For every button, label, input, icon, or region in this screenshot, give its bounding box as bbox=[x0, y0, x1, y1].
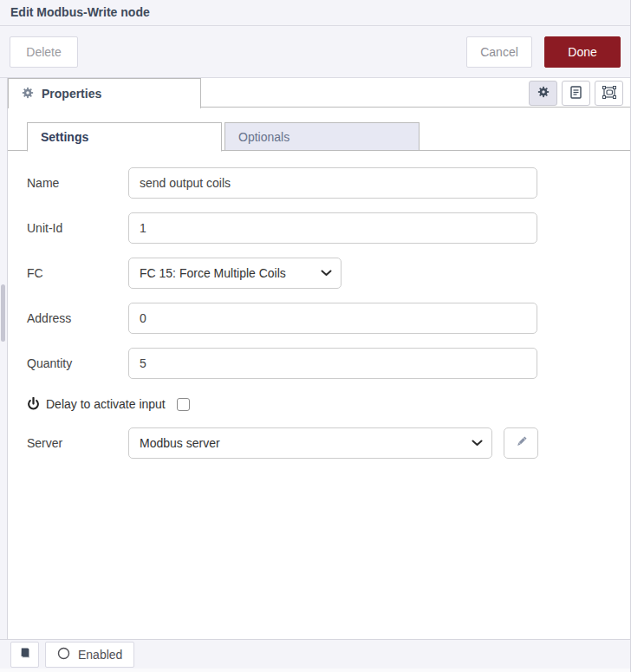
cancel-button[interactable]: Cancel bbox=[466, 36, 532, 68]
fc-label: FC bbox=[27, 266, 128, 280]
book-icon bbox=[19, 647, 30, 662]
editor-toolbar bbox=[529, 81, 623, 106]
done-button[interactable]: Done bbox=[544, 36, 621, 68]
fc-select[interactable]: FC 15: Force Multiple Coils bbox=[128, 258, 342, 289]
server-label: Server bbox=[27, 436, 128, 450]
appearance-icon bbox=[602, 86, 616, 101]
fc-select-wrap: FC 15: Force Multiple Coils bbox=[128, 258, 342, 289]
form-row-unit-id: Unit-Id bbox=[27, 212, 611, 244]
edit-server-button[interactable] bbox=[504, 427, 538, 459]
tab-optionals[interactable]: Optionals bbox=[224, 122, 420, 151]
tab-properties[interactable]: Properties bbox=[8, 78, 201, 108]
unit-id-label: Unit-Id bbox=[27, 221, 128, 235]
settings-form: Name Unit-Id FC FC 15: Force Multiple Co… bbox=[8, 151, 630, 459]
dialog-header: Edit Modbus-Write node bbox=[0, 0, 630, 26]
form-row-name: Name bbox=[27, 167, 611, 199]
circle-icon bbox=[57, 647, 70, 662]
address-label: Address bbox=[27, 311, 128, 325]
properties-icon-button[interactable] bbox=[529, 81, 557, 106]
name-label: Name bbox=[27, 176, 128, 190]
gear-icon bbox=[22, 87, 34, 101]
pencil-icon bbox=[515, 435, 528, 451]
unit-id-input[interactable] bbox=[128, 212, 537, 244]
name-input[interactable] bbox=[128, 167, 537, 199]
delay-checkbox[interactable] bbox=[177, 398, 190, 411]
edit-node-dialog: Edit Modbus-Write node Delete Cancel Don… bbox=[0, 0, 631, 672]
enable-toggle-button[interactable]: Enabled bbox=[45, 642, 134, 668]
server-select[interactable]: Modbus server bbox=[128, 427, 492, 459]
settings-optionals-tabs: Settings Optionals bbox=[8, 122, 630, 151]
node-help-button[interactable] bbox=[10, 642, 39, 668]
gear-icon bbox=[537, 86, 550, 101]
form-row-address: Address bbox=[27, 303, 611, 334]
footer: Enabled bbox=[0, 639, 630, 669]
dialog-actions: Cancel Done bbox=[466, 36, 621, 68]
dialog-title: Edit Modbus-Write node bbox=[10, 5, 150, 19]
dialog-button-bar: Delete Cancel Done bbox=[0, 26, 630, 78]
form-row-quantity: Quantity bbox=[27, 348, 611, 379]
delay-label: Delay to activate input bbox=[46, 397, 166, 411]
tab-properties-label: Properties bbox=[42, 87, 101, 101]
address-input[interactable] bbox=[128, 303, 537, 334]
appearance-icon-button[interactable] bbox=[595, 81, 623, 106]
quantity-input[interactable] bbox=[128, 348, 537, 379]
tray-body: Properties bbox=[7, 78, 630, 639]
bottom-strip bbox=[0, 669, 630, 672]
tab-settings-label: Settings bbox=[41, 130, 88, 144]
description-icon-button[interactable] bbox=[562, 81, 590, 106]
delay-row: Delay to activate input bbox=[27, 395, 611, 414]
delete-button[interactable]: Delete bbox=[10, 36, 78, 68]
properties-tab-bar: Properties bbox=[8, 78, 630, 108]
power-icon bbox=[27, 397, 40, 411]
enabled-label: Enabled bbox=[78, 648, 122, 662]
tab-settings[interactable]: Settings bbox=[27, 122, 222, 152]
scrollbar-thumb[interactable] bbox=[1, 284, 5, 342]
tab-optionals-label: Optionals bbox=[238, 130, 289, 144]
form-row-fc: FC FC 15: Force Multiple Coils bbox=[27, 258, 611, 289]
form-row-server: Server Modbus server bbox=[27, 427, 611, 459]
server-select-wrap: Modbus server bbox=[128, 427, 492, 459]
quantity-label: Quantity bbox=[27, 356, 128, 370]
document-icon bbox=[570, 86, 582, 101]
